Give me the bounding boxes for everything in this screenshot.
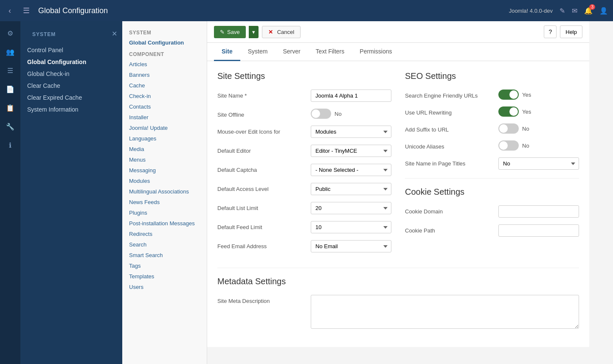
help-button[interactable]: Help — [560, 25, 582, 38]
toolbar-right: ? Help — [544, 25, 582, 38]
site-offline-group: Site Offline No — [217, 109, 391, 119]
component-nav-system-label: System — [122, 26, 207, 37]
sidebar-nav: Control Panel Global Configuration Globa… — [20, 42, 122, 117]
notification-badge: 3 — [589, 4, 595, 10]
default-editor-select[interactable]: Editor - TinyMCE Editor - CodeMirror Edi… — [311, 145, 391, 157]
sef-toggle[interactable] — [498, 90, 519, 100]
sidebar-item-system-info[interactable]: System Information — [20, 104, 122, 115]
sidebar: SYSTEM ✕ Control Panel Global Configurat… — [20, 21, 122, 364]
brand-label: Joomla! 4.0.0-dev — [509, 8, 553, 14]
component-nav-menus[interactable]: Menus — [122, 154, 207, 165]
save-icon: ✎ — [220, 29, 225, 35]
default-feed-limit-select[interactable]: 5 10 15 20 — [311, 221, 391, 233]
site-offline-control: No — [311, 109, 391, 119]
unicode-toggle[interactable] — [498, 140, 519, 151]
component-nav-joomla-update[interactable]: Joomla! Update — [122, 123, 207, 133]
tabs-bar: Site System Server Text Filters Permissi… — [207, 43, 589, 61]
component-nav-tags[interactable]: Tags — [122, 260, 207, 271]
default-access-control: Public Registered Special — [311, 183, 391, 195]
default-captcha-select[interactable]: - None Selected - — [311, 164, 391, 176]
component-nav-plugins[interactable]: Plugins — [122, 207, 207, 218]
metadata-settings-title: Metadata Settings — [217, 277, 579, 286]
sidebar-item-global-config[interactable]: Global Configuration — [20, 56, 122, 68]
default-access-select[interactable]: Public Registered Special — [311, 183, 391, 195]
tab-system[interactable]: System — [240, 43, 276, 61]
save-dropdown-button[interactable]: ▾ — [249, 26, 259, 38]
suffix-value: No — [522, 126, 529, 132]
question-button[interactable]: ? — [544, 25, 557, 38]
component-nav-global-config[interactable]: Global Configuration — [122, 37, 207, 48]
sidebar-icon-menus[interactable]: ☰ — [2, 62, 19, 79]
site-offline-toggle[interactable] — [311, 109, 331, 119]
user-icon[interactable]: 👤 — [599, 7, 608, 15]
url-rewriting-toggle[interactable] — [498, 106, 519, 117]
mouseover-select[interactable]: Modules Everywhere Nowhere — [311, 126, 391, 138]
component-nav-post-installation[interactable]: Post-installation Messages — [122, 218, 207, 229]
tab-permissions[interactable]: Permissions — [352, 43, 399, 61]
component-nav-installer[interactable]: Installer — [122, 112, 207, 123]
metadata-divider — [217, 268, 579, 268]
component-nav-cache[interactable]: Cache — [122, 80, 207, 91]
cookie-path-label: Cookie Path — [405, 224, 498, 234]
site-name-input[interactable] — [311, 90, 391, 102]
component-nav-checkin[interactable]: Check-in — [122, 91, 207, 101]
sidebar-close-button[interactable]: ✕ — [112, 30, 117, 38]
suffix-label: Add Suffix to URL — [405, 123, 498, 133]
sidebar-icon-content[interactable]: 📄 — [2, 81, 19, 98]
component-nav-users[interactable]: Users — [122, 282, 207, 292]
topbar-right: Joomla! 4.0.0-dev ✎ ✉ 🔔 3 👤 — [509, 7, 608, 15]
cookie-domain-input[interactable] — [498, 205, 579, 218]
suffix-toggle[interactable] — [498, 123, 519, 134]
unicode-knob — [499, 141, 508, 150]
sidebar-icon-components[interactable]: 📋 — [2, 99, 19, 116]
tab-server[interactable]: Server — [275, 43, 308, 61]
sidebar-icon-system[interactable]: ⚙ — [2, 25, 19, 42]
feed-email-select[interactable]: No Email Author Email Site Email — [311, 240, 391, 252]
sidebar-icons: ⚙ 👥 ☰ 📄 📋 🔧 ℹ — [0, 21, 20, 364]
site-name-titles-select[interactable]: No Before After — [498, 157, 579, 170]
component-nav-modules[interactable]: Modules — [122, 176, 207, 186]
mail-icon[interactable]: ✉ — [572, 7, 577, 15]
sef-label: Search Engine Friendly URLs — [405, 90, 498, 99]
default-feed-limit-control: 5 10 15 20 — [311, 221, 391, 233]
default-access-group: Default Access Level Public Registered S… — [217, 183, 391, 195]
feed-email-control: No Email Author Email Site Email — [311, 240, 391, 252]
component-nav-media[interactable]: Media — [122, 144, 207, 154]
site-meta-desc-group: Site Meta Description — [217, 295, 579, 330]
save-button[interactable]: ✎ Save — [214, 26, 246, 38]
sidebar-icon-extensions[interactable]: 🔧 — [2, 118, 19, 135]
component-nav-news-feeds[interactable]: News Feeds — [122, 197, 207, 207]
sidebar-item-clear-cache[interactable]: Clear Cache — [20, 80, 122, 92]
component-nav-contacts[interactable]: Contacts — [122, 101, 207, 112]
component-nav-redirects[interactable]: Redirects — [122, 229, 207, 239]
site-offline-knob — [312, 109, 320, 118]
sidebar-item-control-panel[interactable]: Control Panel — [20, 44, 122, 56]
default-list-limit-select[interactable]: 5 10 15 20 25 — [311, 202, 391, 214]
cancel-button[interactable]: ✕ Cancel — [262, 26, 301, 38]
cookie-path-input[interactable] — [498, 224, 579, 237]
sidebar-icon-info[interactable]: ℹ — [2, 137, 19, 154]
menu-toggle[interactable]: ☰ — [20, 4, 33, 17]
back-button[interactable]: ‹ — [5, 5, 14, 17]
site-meta-desc-textarea[interactable] — [311, 295, 579, 329]
page-title: Global Configuration — [38, 6, 504, 15]
tab-site[interactable]: Site — [214, 43, 240, 61]
component-nav-banners[interactable]: Banners — [122, 70, 207, 80]
component-nav-multilingual[interactable]: Multilingual Associations — [122, 186, 207, 197]
tab-text-filters[interactable]: Text Filters — [308, 43, 352, 61]
notification-bell[interactable]: 🔔 3 — [584, 7, 593, 15]
component-nav-messaging[interactable]: Messaging — [122, 165, 207, 176]
main-content: ✎ Save ▾ ✕ Cancel ? Help Site System Ser… — [207, 21, 589, 364]
component-nav-search[interactable]: Search — [122, 239, 207, 250]
default-captcha-label: Default Captcha — [217, 164, 311, 173]
component-nav-templates[interactable]: Templates — [122, 271, 207, 282]
edit-icon[interactable]: ✎ — [560, 7, 565, 15]
component-nav-articles[interactable]: Articles — [122, 59, 207, 70]
sidebar-item-global-checkin[interactable]: Global Check-in — [20, 68, 122, 80]
component-nav-languages[interactable]: Languages — [122, 133, 207, 144]
sidebar-icon-users[interactable]: 👥 — [2, 43, 19, 60]
sidebar-item-clear-expired-cache[interactable]: Clear Expired Cache — [20, 92, 122, 104]
default-editor-group: Default Editor Editor - TinyMCE Editor -… — [217, 145, 391, 157]
mouseover-control: Modules Everywhere Nowhere — [311, 126, 391, 138]
component-nav-smart-search[interactable]: Smart Search — [122, 250, 207, 260]
